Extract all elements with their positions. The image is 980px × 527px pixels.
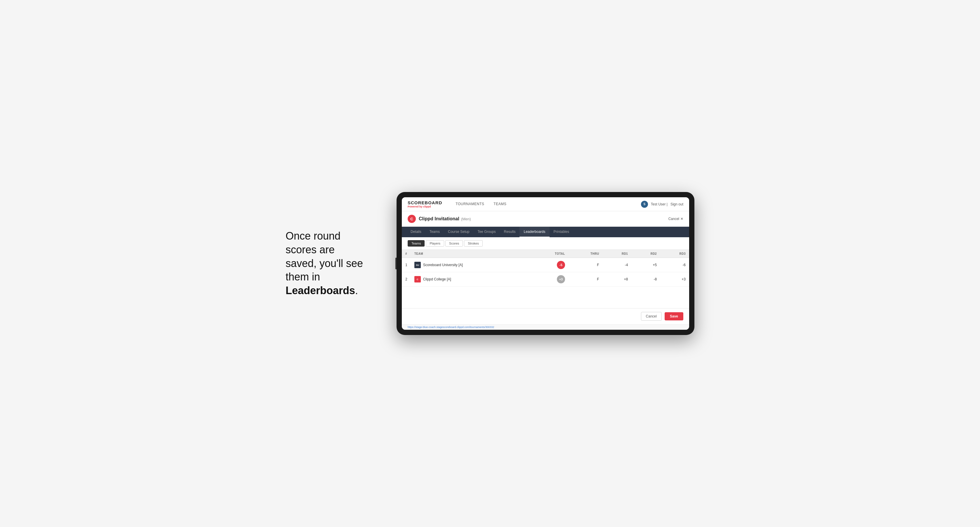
tab-printables[interactable]: Printables xyxy=(550,227,573,237)
desc-line4: them in xyxy=(286,271,320,283)
nav-tournaments[interactable]: TOURNAMENTS xyxy=(451,197,489,211)
tournament-icon: C xyxy=(408,215,416,223)
save-button[interactable]: Save xyxy=(665,312,683,321)
page-wrapper: Once round scores are saved, you'll see … xyxy=(286,192,694,335)
user-name: Test User | xyxy=(651,202,668,206)
row1-total: -5 xyxy=(531,258,568,272)
left-description: Once round scores are saved, you'll see … xyxy=(286,229,379,298)
url-text: https://stage-blue-coach.stagescoreboard… xyxy=(408,325,494,329)
team-logo-1: SU xyxy=(414,262,421,268)
score-badge-1: -5 xyxy=(557,261,565,269)
subtab-strokes[interactable]: Strokes xyxy=(464,240,482,246)
row2-total: +3 xyxy=(531,272,568,287)
col-thru: THRU xyxy=(568,250,603,258)
row2-team: C Clippd College [A] xyxy=(411,272,531,287)
col-team: TEAM xyxy=(411,250,531,258)
leaderboard-table: # TEAM TOTAL THRU RD1 RD2 RD3 1 xyxy=(402,250,689,287)
logo-text: SCOREBOARD xyxy=(408,200,442,205)
table-body: 1 SU Scoreboard University [A] -5 F xyxy=(402,258,689,287)
tablet-side-button xyxy=(395,258,396,269)
tournament-title: Clippd Invitational xyxy=(419,216,459,221)
tablet-device: SCOREBOARD Powered by clippd TOURNAMENTS… xyxy=(396,192,694,335)
leaderboard-table-container: # TEAM TOTAL THRU RD1 RD2 RD3 1 xyxy=(402,250,689,308)
table-row: 1 SU Scoreboard University [A] -5 F xyxy=(402,258,689,272)
table-header: # TEAM TOTAL THRU RD1 RD2 RD3 xyxy=(402,250,689,258)
tournament-cancel-btn[interactable]: Cancel ✕ xyxy=(668,217,683,221)
row1-team: SU Scoreboard University [A] xyxy=(411,258,531,272)
tab-teams[interactable]: Teams xyxy=(425,227,444,237)
logo-area: SCOREBOARD Powered by clippd xyxy=(408,200,442,208)
row2-rd1: +8 xyxy=(603,272,632,287)
team-logo-2: C xyxy=(414,276,421,283)
sign-out-link[interactable]: Sign out xyxy=(670,202,683,206)
row1-rank: 1 xyxy=(402,258,411,272)
nav-teams[interactable]: TEAMS xyxy=(489,197,511,211)
tab-course-setup[interactable]: Course Setup xyxy=(444,227,473,237)
row2-rd2: -8 xyxy=(632,272,660,287)
row2-rank: 2 xyxy=(402,272,411,287)
row1-thru: F xyxy=(568,258,603,272)
cancel-x-icon: ✕ xyxy=(680,217,683,221)
cancel-button[interactable]: Cancel xyxy=(641,312,662,321)
desc-line2: scores are xyxy=(286,244,335,256)
tournament-header: C Clippd Invitational (Men) Cancel ✕ xyxy=(402,211,689,227)
url-bar: https://stage-blue-coach.stagescoreboard… xyxy=(402,324,689,330)
col-rd1: RD1 xyxy=(603,250,632,258)
subtab-players[interactable]: Players xyxy=(426,240,444,246)
row1-rd2: +5 xyxy=(632,258,660,272)
tab-results[interactable]: Results xyxy=(500,227,520,237)
row1-rd1: -4 xyxy=(603,258,632,272)
nav-right: S Test User | Sign out xyxy=(641,201,683,208)
team-name-2: Clippd College [A] xyxy=(423,277,451,281)
subtab-scores[interactable]: Scores xyxy=(445,240,463,246)
user-avatar: S xyxy=(641,201,648,208)
nav-links: TOURNAMENTS TEAMS xyxy=(451,197,511,211)
tournament-subtitle: (Men) xyxy=(461,217,471,221)
desc-line5-bold: Leaderboards xyxy=(286,284,355,297)
row2-thru: F xyxy=(568,272,603,287)
footer: Cancel Save xyxy=(402,308,689,324)
desc-line1: Once round xyxy=(286,230,340,242)
sub-tab-bar: Teams Players Scores Strokes xyxy=(402,237,689,250)
row2-rd3: +3 xyxy=(660,272,689,287)
nav-bar: SCOREBOARD Powered by clippd TOURNAMENTS… xyxy=(402,197,689,211)
tab-bar: Details Teams Course Setup Tee Groups Re… xyxy=(402,227,689,237)
row1-rd3: -6 xyxy=(660,258,689,272)
tab-leaderboards[interactable]: Leaderboards xyxy=(520,227,549,237)
col-rank: # xyxy=(402,250,411,258)
team-cell-1: SU Scoreboard University [A] xyxy=(414,262,528,268)
col-rd3: RD3 xyxy=(660,250,689,258)
col-rd2: RD2 xyxy=(632,250,660,258)
table-row: 2 C Clippd College [A] +3 F xyxy=(402,272,689,287)
desc-period: . xyxy=(355,284,358,297)
tab-tee-groups[interactable]: Tee Groups xyxy=(473,227,500,237)
desc-line3: saved, you'll see xyxy=(286,257,363,269)
team-cell-2: C Clippd College [A] xyxy=(414,276,528,283)
logo-powered: Powered by clippd xyxy=(408,205,442,208)
subtab-teams[interactable]: Teams xyxy=(408,240,425,246)
col-total: TOTAL xyxy=(531,250,568,258)
tab-details[interactable]: Details xyxy=(406,227,425,237)
score-badge-2: +3 xyxy=(557,275,565,283)
team-name-1: Scoreboard University [A] xyxy=(423,263,463,267)
tablet-screen: SCOREBOARD Powered by clippd TOURNAMENTS… xyxy=(402,197,689,330)
